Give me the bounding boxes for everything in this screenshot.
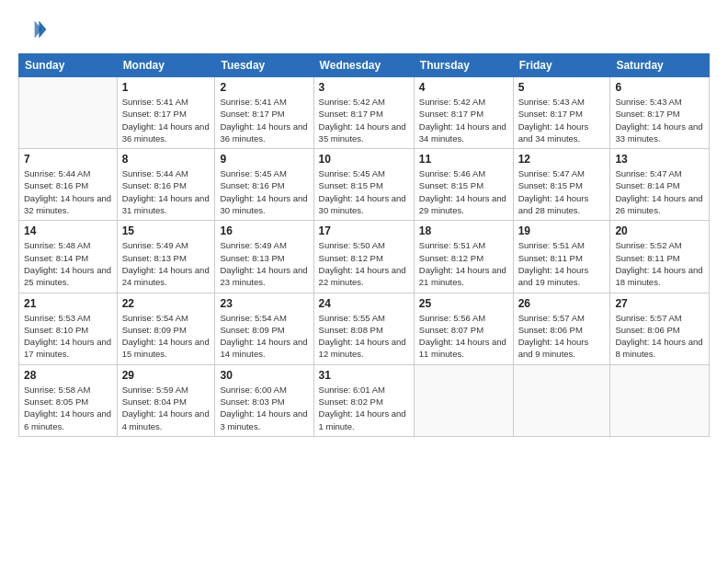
day-info: Sunrise: 5:44 AM Sunset: 8:16 PM Dayligh…	[24, 167, 112, 216]
day-number: 19	[518, 224, 606, 237]
calendar-cell: 28Sunrise: 5:58 AM Sunset: 8:05 PM Dayli…	[19, 364, 118, 436]
calendar-cell: 14Sunrise: 5:48 AM Sunset: 8:14 PM Dayli…	[19, 221, 118, 293]
day-info: Sunrise: 5:43 AM Sunset: 8:17 PM Dayligh…	[518, 96, 606, 144]
calendar-cell: 30Sunrise: 6:00 AM Sunset: 8:03 PM Dayli…	[215, 364, 313, 436]
day-number: 10	[319, 153, 409, 166]
calendar-cell: 16Sunrise: 5:49 AM Sunset: 8:13 PM Dayli…	[215, 221, 313, 293]
day-number: 2	[220, 81, 308, 94]
calendar-cell: 10Sunrise: 5:45 AM Sunset: 8:15 PM Dayli…	[313, 149, 414, 221]
calendar-cell	[610, 364, 710, 436]
calendar-cell: 9Sunrise: 5:45 AM Sunset: 8:16 PM Daylig…	[215, 149, 313, 221]
day-number: 23	[220, 297, 308, 310]
header	[18, 15, 710, 44]
day-number: 20	[615, 224, 704, 237]
calendar-cell: 20Sunrise: 5:52 AM Sunset: 8:11 PM Dayli…	[610, 221, 710, 293]
calendar-header-wednesday: Wednesday	[313, 54, 414, 77]
day-info: Sunrise: 5:49 AM Sunset: 8:13 PM Dayligh…	[220, 239, 308, 288]
day-number: 8	[122, 153, 210, 166]
calendar-cell: 25Sunrise: 5:56 AM Sunset: 8:07 PM Dayli…	[414, 293, 513, 364]
day-info: Sunrise: 5:42 AM Sunset: 8:17 PM Dayligh…	[319, 96, 409, 144]
page: SundayMondayTuesdayWednesdayThursdayFrid…	[0, 0, 728, 563]
day-number: 9	[220, 153, 308, 166]
calendar-cell: 3Sunrise: 5:42 AM Sunset: 8:17 PM Daylig…	[313, 77, 414, 149]
day-info: Sunrise: 5:44 AM Sunset: 8:16 PM Dayligh…	[122, 167, 210, 216]
day-number: 15	[122, 224, 210, 237]
calendar-cell	[414, 364, 513, 436]
calendar-cell: 12Sunrise: 5:47 AM Sunset: 8:15 PM Dayli…	[513, 149, 610, 221]
day-info: Sunrise: 5:41 AM Sunset: 8:17 PM Dayligh…	[220, 96, 308, 144]
day-number: 17	[319, 224, 409, 237]
calendar-week-row: 1Sunrise: 5:41 AM Sunset: 8:17 PM Daylig…	[19, 77, 710, 149]
day-number: 22	[122, 297, 210, 310]
calendar-cell: 24Sunrise: 5:55 AM Sunset: 8:08 PM Dayli…	[313, 293, 414, 364]
calendar-cell: 1Sunrise: 5:41 AM Sunset: 8:17 PM Daylig…	[117, 77, 215, 149]
calendar-cell: 29Sunrise: 5:59 AM Sunset: 8:04 PM Dayli…	[117, 364, 215, 436]
day-info: Sunrise: 5:43 AM Sunset: 8:17 PM Dayligh…	[615, 96, 704, 144]
day-info: Sunrise: 5:53 AM Sunset: 8:10 PM Dayligh…	[24, 312, 112, 361]
day-info: Sunrise: 5:48 AM Sunset: 8:14 PM Dayligh…	[24, 239, 112, 288]
day-info: Sunrise: 5:55 AM Sunset: 8:08 PM Dayligh…	[319, 312, 409, 361]
calendar-cell: 5Sunrise: 5:43 AM Sunset: 8:17 PM Daylig…	[513, 77, 610, 149]
logo	[18, 15, 51, 44]
calendar-cell: 22Sunrise: 5:54 AM Sunset: 8:09 PM Dayli…	[117, 293, 215, 364]
day-number: 24	[319, 297, 409, 310]
day-number: 16	[220, 224, 308, 237]
calendar-cell: 13Sunrise: 5:47 AM Sunset: 8:14 PM Dayli…	[610, 149, 710, 221]
day-number: 27	[615, 297, 704, 310]
day-number: 21	[24, 297, 112, 310]
calendar-cell	[513, 364, 610, 436]
day-number: 12	[518, 153, 606, 166]
calendar-header-sunday: Sunday	[19, 54, 118, 77]
day-info: Sunrise: 5:42 AM Sunset: 8:17 PM Dayligh…	[419, 96, 508, 144]
calendar-cell: 7Sunrise: 5:44 AM Sunset: 8:16 PM Daylig…	[19, 149, 118, 221]
logo-icon	[18, 15, 48, 44]
calendar-cell: 31Sunrise: 6:01 AM Sunset: 8:02 PM Dayli…	[313, 364, 414, 436]
day-info: Sunrise: 5:45 AM Sunset: 8:15 PM Dayligh…	[319, 167, 409, 216]
day-info: Sunrise: 5:47 AM Sunset: 8:15 PM Dayligh…	[518, 167, 606, 216]
day-info: Sunrise: 6:00 AM Sunset: 8:03 PM Dayligh…	[220, 384, 308, 432]
day-info: Sunrise: 5:46 AM Sunset: 8:15 PM Dayligh…	[419, 167, 508, 216]
day-number: 3	[319, 81, 409, 94]
calendar-cell: 4Sunrise: 5:42 AM Sunset: 8:17 PM Daylig…	[414, 77, 513, 149]
day-info: Sunrise: 5:54 AM Sunset: 8:09 PM Dayligh…	[220, 312, 308, 361]
day-info: Sunrise: 5:54 AM Sunset: 8:09 PM Dayligh…	[122, 312, 210, 361]
calendar-week-row: 21Sunrise: 5:53 AM Sunset: 8:10 PM Dayli…	[19, 293, 710, 364]
calendar-cell: 15Sunrise: 5:49 AM Sunset: 8:13 PM Dayli…	[117, 221, 215, 293]
calendar-week-row: 7Sunrise: 5:44 AM Sunset: 8:16 PM Daylig…	[19, 149, 710, 221]
day-number: 31	[319, 369, 409, 382]
day-number: 14	[24, 224, 112, 237]
day-number: 7	[24, 153, 112, 166]
day-info: Sunrise: 5:58 AM Sunset: 8:05 PM Dayligh…	[24, 384, 112, 432]
day-info: Sunrise: 5:51 AM Sunset: 8:11 PM Dayligh…	[518, 239, 606, 288]
calendar-header-row: SundayMondayTuesdayWednesdayThursdayFrid…	[19, 54, 710, 77]
day-number: 13	[615, 153, 704, 166]
day-number: 26	[518, 297, 606, 310]
day-info: Sunrise: 5:57 AM Sunset: 8:06 PM Dayligh…	[615, 312, 704, 361]
calendar-cell	[19, 77, 118, 149]
day-info: Sunrise: 5:59 AM Sunset: 8:04 PM Dayligh…	[122, 384, 210, 432]
day-number: 25	[419, 297, 508, 310]
day-info: Sunrise: 5:51 AM Sunset: 8:12 PM Dayligh…	[419, 239, 508, 288]
calendar-cell: 18Sunrise: 5:51 AM Sunset: 8:12 PM Dayli…	[414, 221, 513, 293]
day-number: 11	[419, 153, 508, 166]
calendar-cell: 2Sunrise: 5:41 AM Sunset: 8:17 PM Daylig…	[215, 77, 313, 149]
calendar-week-row: 14Sunrise: 5:48 AM Sunset: 8:14 PM Dayli…	[19, 221, 710, 293]
calendar-cell: 27Sunrise: 5:57 AM Sunset: 8:06 PM Dayli…	[610, 293, 710, 364]
calendar-cell: 23Sunrise: 5:54 AM Sunset: 8:09 PM Dayli…	[215, 293, 313, 364]
calendar-cell: 8Sunrise: 5:44 AM Sunset: 8:16 PM Daylig…	[117, 149, 215, 221]
calendar-cell: 26Sunrise: 5:57 AM Sunset: 8:06 PM Dayli…	[513, 293, 610, 364]
calendar-cell: 6Sunrise: 5:43 AM Sunset: 8:17 PM Daylig…	[610, 77, 710, 149]
day-info: Sunrise: 5:41 AM Sunset: 8:17 PM Dayligh…	[122, 96, 210, 144]
calendar-cell: 11Sunrise: 5:46 AM Sunset: 8:15 PM Dayli…	[414, 149, 513, 221]
calendar-table: SundayMondayTuesdayWednesdayThursdayFrid…	[18, 53, 710, 437]
day-number: 1	[122, 81, 210, 94]
day-info: Sunrise: 5:56 AM Sunset: 8:07 PM Dayligh…	[419, 312, 508, 361]
calendar-header-tuesday: Tuesday	[215, 54, 313, 77]
day-number: 18	[419, 224, 508, 237]
day-info: Sunrise: 5:52 AM Sunset: 8:11 PM Dayligh…	[615, 239, 704, 288]
day-info: Sunrise: 5:50 AM Sunset: 8:12 PM Dayligh…	[319, 239, 409, 288]
calendar-cell: 21Sunrise: 5:53 AM Sunset: 8:10 PM Dayli…	[19, 293, 118, 364]
day-info: Sunrise: 5:47 AM Sunset: 8:14 PM Dayligh…	[615, 167, 704, 216]
calendar-header-thursday: Thursday	[414, 54, 513, 77]
day-number: 6	[615, 81, 704, 94]
